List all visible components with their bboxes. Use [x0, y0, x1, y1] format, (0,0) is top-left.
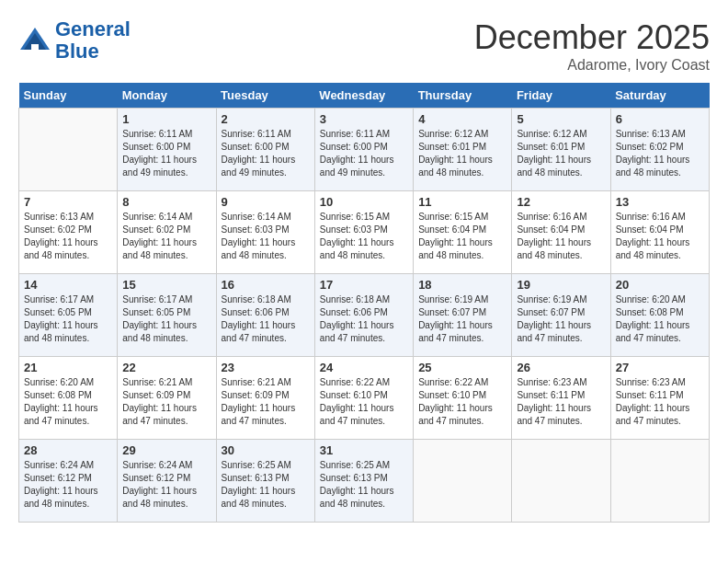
day-info: Sunrise: 6:21 AM Sunset: 6:09 PM Dayligh… [122, 376, 210, 428]
day-info: Sunrise: 6:19 AM Sunset: 6:07 PM Dayligh… [517, 293, 605, 345]
table-row: 12Sunrise: 6:16 AM Sunset: 6:04 PM Dayli… [512, 191, 610, 274]
day-number: 12 [517, 195, 605, 209]
logo-text: General Blue [55, 18, 131, 63]
day-number: 11 [418, 195, 506, 209]
col-thursday: Thursday [414, 83, 512, 109]
day-number: 26 [517, 361, 605, 374]
day-info: Sunrise: 6:12 AM Sunset: 6:01 PM Dayligh… [517, 128, 605, 179]
table-row: 1Sunrise: 6:11 AM Sunset: 6:00 PM Daylig… [118, 109, 216, 191]
day-number: 19 [517, 278, 605, 292]
table-row: 9Sunrise: 6:14 AM Sunset: 6:03 PM Daylig… [216, 191, 314, 274]
col-friday: Friday [512, 83, 610, 109]
calendar-header-row: Sunday Monday Tuesday Wednesday Thursday… [19, 83, 710, 109]
table-row: 25Sunrise: 6:22 AM Sunset: 6:10 PM Dayli… [414, 357, 512, 440]
col-tuesday: Tuesday [216, 83, 314, 109]
day-number: 1 [122, 112, 210, 126]
table-row: 6Sunrise: 6:13 AM Sunset: 6:02 PM Daylig… [610, 109, 709, 191]
day-info: Sunrise: 6:25 AM Sunset: 6:13 PM Dayligh… [222, 459, 310, 511]
day-number: 5 [517, 112, 605, 126]
day-number: 31 [320, 443, 408, 457]
day-info: Sunrise: 6:21 AM Sunset: 6:09 PM Dayligh… [222, 376, 310, 428]
day-info: Sunrise: 6:20 AM Sunset: 6:08 PM Dayligh… [24, 376, 112, 428]
table-row: 17Sunrise: 6:18 AM Sunset: 6:06 PM Dayli… [314, 274, 413, 357]
day-number: 4 [418, 112, 506, 126]
table-row [19, 109, 118, 191]
day-info: Sunrise: 6:19 AM Sunset: 6:07 PM Dayligh… [418, 293, 506, 345]
title-section: December 2025 Adarome, Ivory Coast [474, 18, 710, 74]
day-number: 24 [320, 361, 408, 374]
month-title: December 2025 [474, 18, 710, 57]
day-number: 10 [320, 195, 408, 209]
day-number: 17 [320, 278, 408, 292]
day-info: Sunrise: 6:16 AM Sunset: 6:04 PM Dayligh… [517, 211, 605, 262]
day-info: Sunrise: 6:12 AM Sunset: 6:01 PM Dayligh… [418, 128, 506, 179]
calendar-table: Sunday Monday Tuesday Wednesday Thursday… [18, 83, 710, 523]
table-row: 29Sunrise: 6:24 AM Sunset: 6:12 PM Dayli… [118, 440, 216, 523]
table-row: 10Sunrise: 6:15 AM Sunset: 6:03 PM Dayli… [314, 191, 413, 274]
day-info: Sunrise: 6:23 AM Sunset: 6:11 PM Dayligh… [616, 376, 704, 428]
day-number: 30 [222, 443, 310, 457]
table-row: 31Sunrise: 6:25 AM Sunset: 6:13 PM Dayli… [314, 440, 413, 523]
svg-rect-2 [31, 44, 39, 50]
day-number: 21 [24, 361, 112, 374]
day-info: Sunrise: 6:17 AM Sunset: 6:05 PM Dayligh… [122, 293, 210, 345]
page-header: General Blue December 2025 Adarome, Ivor… [18, 18, 710, 74]
day-number: 25 [418, 361, 506, 374]
col-saturday: Saturday [610, 83, 709, 109]
table-row: 5Sunrise: 6:12 AM Sunset: 6:01 PM Daylig… [512, 109, 610, 191]
col-sunday: Sunday [19, 83, 118, 109]
table-row: 19Sunrise: 6:19 AM Sunset: 6:07 PM Dayli… [512, 274, 610, 357]
calendar-week-row: 1Sunrise: 6:11 AM Sunset: 6:00 PM Daylig… [19, 109, 710, 191]
table-row: 30Sunrise: 6:25 AM Sunset: 6:13 PM Dayli… [216, 440, 314, 523]
day-info: Sunrise: 6:22 AM Sunset: 6:10 PM Dayligh… [418, 376, 506, 428]
table-row: 23Sunrise: 6:21 AM Sunset: 6:09 PM Dayli… [216, 357, 314, 440]
calendar-week-row: 14Sunrise: 6:17 AM Sunset: 6:05 PM Dayli… [19, 274, 710, 357]
table-row: 18Sunrise: 6:19 AM Sunset: 6:07 PM Dayli… [414, 274, 512, 357]
table-row: 4Sunrise: 6:12 AM Sunset: 6:01 PM Daylig… [414, 109, 512, 191]
table-row: 7Sunrise: 6:13 AM Sunset: 6:02 PM Daylig… [19, 191, 118, 274]
day-number: 6 [616, 112, 704, 126]
day-info: Sunrise: 6:11 AM Sunset: 6:00 PM Dayligh… [222, 128, 310, 179]
table-row: 13Sunrise: 6:16 AM Sunset: 6:04 PM Dayli… [610, 191, 709, 274]
day-number: 16 [222, 278, 310, 292]
day-number: 3 [320, 112, 408, 126]
day-number: 18 [418, 278, 506, 292]
day-info: Sunrise: 6:13 AM Sunset: 6:02 PM Dayligh… [616, 128, 704, 179]
table-row: 8Sunrise: 6:14 AM Sunset: 6:02 PM Daylig… [118, 191, 216, 274]
day-info: Sunrise: 6:14 AM Sunset: 6:02 PM Dayligh… [122, 211, 210, 262]
day-number: 7 [24, 195, 112, 209]
table-row: 27Sunrise: 6:23 AM Sunset: 6:11 PM Dayli… [610, 357, 709, 440]
day-info: Sunrise: 6:25 AM Sunset: 6:13 PM Dayligh… [320, 459, 408, 511]
table-row: 28Sunrise: 6:24 AM Sunset: 6:12 PM Dayli… [19, 440, 118, 523]
calendar-week-row: 21Sunrise: 6:20 AM Sunset: 6:08 PM Dayli… [19, 357, 710, 440]
day-number: 9 [222, 195, 310, 209]
table-row: 2Sunrise: 6:11 AM Sunset: 6:00 PM Daylig… [216, 109, 314, 191]
day-info: Sunrise: 6:15 AM Sunset: 6:04 PM Dayligh… [418, 211, 506, 262]
day-info: Sunrise: 6:23 AM Sunset: 6:11 PM Dayligh… [517, 376, 605, 428]
day-number: 22 [122, 361, 210, 374]
logo-icon [18, 24, 51, 57]
day-info: Sunrise: 6:20 AM Sunset: 6:08 PM Dayligh… [616, 293, 704, 345]
location: Adarome, Ivory Coast [474, 57, 710, 74]
calendar-week-row: 28Sunrise: 6:24 AM Sunset: 6:12 PM Dayli… [19, 440, 710, 523]
col-monday: Monday [118, 83, 216, 109]
logo-line1: General [55, 17, 131, 40]
table-row [610, 440, 709, 523]
day-info: Sunrise: 6:17 AM Sunset: 6:05 PM Dayligh… [24, 293, 112, 345]
table-row: 15Sunrise: 6:17 AM Sunset: 6:05 PM Dayli… [118, 274, 216, 357]
day-number: 14 [24, 278, 112, 292]
day-info: Sunrise: 6:11 AM Sunset: 6:00 PM Dayligh… [122, 128, 210, 179]
table-row: 26Sunrise: 6:23 AM Sunset: 6:11 PM Dayli… [512, 357, 610, 440]
day-info: Sunrise: 6:14 AM Sunset: 6:03 PM Dayligh… [222, 211, 310, 262]
day-number: 8 [122, 195, 210, 209]
day-number: 15 [122, 278, 210, 292]
day-number: 20 [616, 278, 704, 292]
day-number: 2 [222, 112, 310, 126]
table-row: 20Sunrise: 6:20 AM Sunset: 6:08 PM Dayli… [610, 274, 709, 357]
day-number: 28 [24, 443, 112, 457]
table-row: 22Sunrise: 6:21 AM Sunset: 6:09 PM Dayli… [118, 357, 216, 440]
day-info: Sunrise: 6:18 AM Sunset: 6:06 PM Dayligh… [320, 293, 408, 345]
day-info: Sunrise: 6:15 AM Sunset: 6:03 PM Dayligh… [320, 211, 408, 262]
logo: General Blue [18, 18, 131, 63]
day-number: 29 [122, 443, 210, 457]
